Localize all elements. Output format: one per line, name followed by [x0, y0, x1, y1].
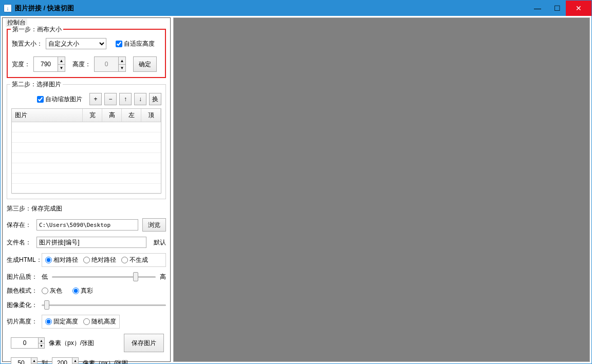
table-row: [12, 163, 161, 174]
unit-rand: 像素（px）/张图: [83, 359, 128, 365]
preset-label: 预置大小：: [12, 40, 43, 48]
filename-label: 文件名：: [7, 238, 33, 247]
height-down[interactable]: ▼: [119, 64, 126, 72]
autoscale-label[interactable]: 自动缩放图片: [37, 95, 82, 104]
saveto-input[interactable]: [36, 219, 138, 231]
col-width[interactable]: 宽: [83, 109, 102, 122]
rand-from-input[interactable]: [11, 357, 31, 364]
col-left[interactable]: 左: [122, 109, 141, 122]
slice-fixed[interactable]: 固定高度: [45, 317, 78, 326]
image-table[interactable]: 图片 宽 高 左 顶: [11, 108, 161, 194]
html-label: 生成HTML：: [7, 256, 39, 264]
slice-radio-group: 固定高度 随机高度: [42, 315, 120, 329]
preview-area: [173, 17, 590, 362]
table-row: [12, 122, 161, 132]
rand-from-spinner[interactable]: ▲▼: [11, 357, 38, 364]
slice-label: 切片高度：: [7, 317, 39, 326]
maximize-button[interactable]: ☐: [548, 1, 566, 16]
slice-random[interactable]: 随机高度: [83, 317, 116, 326]
browse-button[interactable]: 浏览: [142, 218, 166, 232]
unit-fixed: 像素（px）/张图: [49, 339, 94, 348]
step1-title: 第一步：画布大小: [11, 25, 63, 34]
soften-slider[interactable]: [42, 300, 166, 310]
table-row: [12, 132, 161, 143]
html-radio-group: 相对路径 绝对路径 不生成: [42, 253, 166, 267]
window-title: 图片拼接 / 快速切图: [15, 4, 527, 13]
saveto-label: 保存在：: [7, 221, 33, 229]
soften-label: 图像柔化：: [7, 301, 39, 310]
width-input[interactable]: [33, 56, 58, 72]
rand-to-spinner[interactable]: ▲▼: [52, 357, 79, 364]
quality-low: 低: [42, 273, 48, 281]
add-button[interactable]: +: [89, 93, 102, 105]
app-icon: ↓: [4, 4, 12, 12]
save-image-button[interactable]: 保存图片: [124, 334, 164, 352]
table-row: [12, 174, 161, 184]
table-row: [12, 153, 161, 163]
step3-group: 第三步：保存完成图 保存在： 浏览 文件名： 默认 生成HTML： 相对路径 绝…: [7, 204, 166, 364]
step3-title: 第三步：保存完成图: [7, 204, 166, 213]
remove-button[interactable]: −: [104, 93, 117, 105]
html-relative[interactable]: 相对路径: [45, 256, 78, 264]
colormode-label: 颜色模式：: [7, 286, 39, 295]
width-down[interactable]: ▼: [58, 64, 65, 72]
fixed-input[interactable]: [11, 337, 39, 349]
default-label[interactable]: 默认: [154, 238, 166, 247]
close-button[interactable]: ✕: [566, 1, 591, 16]
move-up-button[interactable]: ↑: [119, 93, 132, 105]
swap-button[interactable]: 换: [149, 93, 161, 105]
filename-input[interactable]: [36, 237, 146, 248]
col-image[interactable]: 图片: [12, 109, 83, 122]
html-absolute[interactable]: 绝对路径: [83, 256, 116, 264]
step1-group: 第一步：画布大小 预置大小： 自定义大小 自适应高度 宽度： ▲▼: [7, 29, 166, 78]
table-body: [12, 122, 161, 194]
table-row: [12, 184, 161, 194]
col-height[interactable]: 高: [102, 109, 122, 122]
width-up[interactable]: ▲: [58, 56, 65, 64]
color-true[interactable]: 真彩: [72, 286, 93, 295]
fixed-spinner[interactable]: ▲▼: [11, 337, 45, 349]
titlebar: ↓ 图片拼接 / 快速切图 — ☐ ✕: [1, 1, 591, 16]
app-window: ↓ 图片拼接 / 快速切图 — ☐ ✕ 控制台 第一步：画布大小 预置大小： 自…: [0, 0, 592, 364]
rand-to-input[interactable]: [52, 357, 72, 364]
col-top[interactable]: 顶: [141, 109, 161, 122]
rand-to-label: 到: [42, 359, 48, 365]
step2-group: 第二步：选择图片 自动缩放图片 + − ↑ ↓ 换 图片 宽: [7, 84, 166, 199]
minimize-button[interactable]: —: [527, 1, 548, 16]
width-label: 宽度：: [12, 60, 30, 69]
width-spinner[interactable]: ▲▼: [33, 56, 65, 72]
table-header: 图片 宽 高 左 顶: [12, 109, 161, 122]
quality-slider[interactable]: [52, 272, 156, 281]
table-row: [12, 143, 161, 153]
preset-select[interactable]: 自定义大小: [46, 38, 106, 49]
height-spinner[interactable]: ▲▼: [94, 56, 126, 72]
height-input: [94, 56, 119, 72]
height-label: 高度：: [72, 60, 91, 69]
html-none[interactable]: 不生成: [121, 256, 148, 264]
confirm-button[interactable]: 确定: [133, 56, 157, 72]
autoscale-checkbox[interactable]: [37, 96, 44, 103]
height-up[interactable]: ▲: [119, 56, 126, 64]
quality-high: 高: [160, 273, 166, 281]
move-down-button[interactable]: ↓: [134, 93, 146, 105]
color-gray[interactable]: 灰色: [42, 286, 62, 295]
adaptive-checkbox-label[interactable]: 自适应高度: [116, 40, 155, 48]
adaptive-checkbox[interactable]: [116, 41, 122, 47]
control-panel: 控制台 第一步：画布大小 预置大小： 自定义大小 自适应高度 宽度：: [2, 17, 171, 362]
step2-title: 第二步：选择图片: [10, 80, 63, 89]
quality-label: 图片品质：: [7, 273, 39, 281]
